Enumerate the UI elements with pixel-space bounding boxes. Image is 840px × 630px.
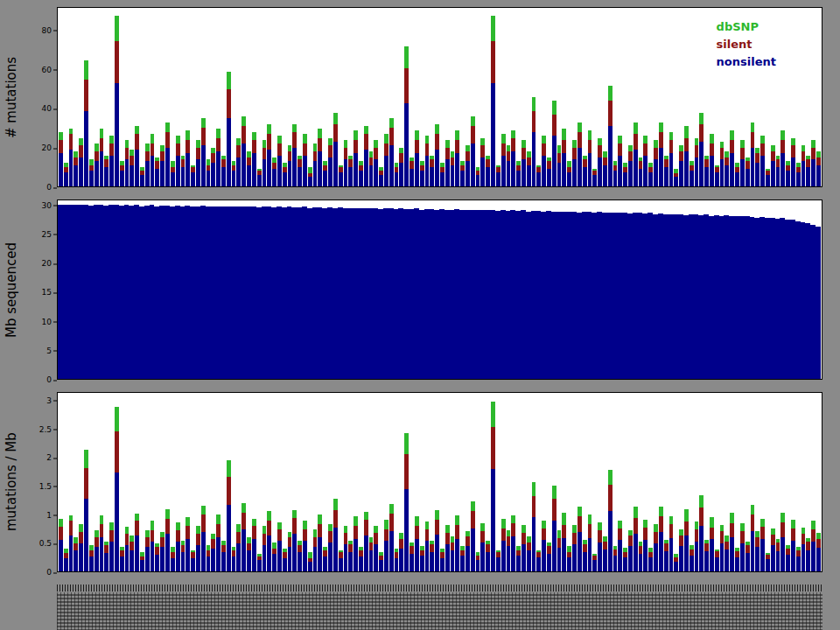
panel-mutation-counts: # mutations 020406080 dbSNP silent nonsi…	[0, 7, 822, 187]
bar	[395, 8, 399, 186]
bar	[59, 8, 63, 186]
bar	[608, 8, 612, 186]
bar	[288, 8, 292, 186]
bar	[776, 8, 780, 186]
bar	[267, 8, 271, 186]
bar	[613, 8, 618, 186]
bar	[776, 393, 780, 571]
bar	[674, 393, 678, 571]
bar	[664, 393, 668, 571]
bar	[466, 393, 470, 571]
bar	[715, 393, 719, 571]
bar	[536, 8, 541, 186]
y-axis-ticks-mutations-per-mb: 00.511.522.53	[23, 392, 57, 572]
bar	[511, 393, 515, 571]
bar	[150, 8, 155, 186]
bar	[79, 8, 83, 186]
bar	[84, 8, 88, 186]
x-axis-label-texture	[57, 592, 822, 630]
bar	[522, 8, 526, 186]
bar	[460, 8, 465, 186]
bar	[648, 393, 653, 571]
bar	[654, 8, 658, 186]
bar	[354, 8, 358, 186]
bar	[746, 393, 750, 571]
bar	[59, 393, 63, 571]
bar	[567, 393, 571, 571]
bar	[247, 393, 251, 571]
bar	[603, 8, 607, 186]
bar	[171, 8, 175, 186]
legend: dbSNP silent nonsilent	[717, 18, 776, 71]
bar	[242, 8, 246, 186]
bar	[135, 393, 139, 571]
bar	[323, 8, 327, 186]
bar	[557, 393, 562, 571]
bar	[802, 8, 806, 186]
bar	[796, 393, 801, 571]
y-tick-label: 40	[42, 105, 52, 113]
bar	[384, 393, 388, 571]
bar	[588, 8, 592, 186]
y-tick-label: 1.5	[39, 482, 52, 490]
bar	[618, 8, 622, 186]
bar	[379, 8, 383, 186]
bar	[425, 8, 430, 186]
bar	[74, 8, 78, 186]
bar	[262, 393, 267, 571]
bar	[120, 8, 124, 186]
bar	[89, 8, 94, 186]
bar	[480, 8, 485, 186]
bar	[109, 8, 114, 186]
bar	[740, 393, 745, 571]
bar	[511, 8, 515, 186]
bar	[455, 393, 459, 571]
bar	[816, 8, 821, 186]
bar	[176, 393, 180, 571]
bar	[292, 8, 297, 186]
y-tick-label: 1	[46, 511, 52, 519]
bar	[445, 393, 450, 571]
bar	[562, 8, 566, 186]
bar	[613, 393, 618, 571]
bar	[780, 8, 785, 186]
bar	[191, 393, 195, 571]
bar	[201, 393, 206, 571]
bar	[303, 393, 307, 571]
bar	[236, 8, 241, 186]
bar	[507, 393, 511, 571]
bar	[389, 8, 394, 186]
bar	[318, 8, 322, 186]
legend-item-nonsilent: nonsilent	[717, 53, 776, 71]
bar	[562, 393, 566, 571]
bar	[344, 8, 348, 186]
bar	[679, 393, 683, 571]
bar	[242, 393, 246, 571]
bar	[404, 8, 409, 186]
bar	[664, 8, 668, 186]
bar	[588, 393, 592, 571]
bar	[308, 8, 312, 186]
bar	[710, 393, 714, 571]
bar	[267, 393, 271, 571]
bar	[628, 393, 633, 571]
bar	[669, 393, 674, 571]
bars-mb-sequenced	[58, 200, 822, 379]
legend-item-silent: silent	[717, 36, 776, 53]
bar	[811, 8, 816, 186]
bar	[592, 8, 597, 186]
bar	[135, 8, 139, 186]
bar	[816, 200, 821, 379]
bar	[333, 8, 338, 186]
bar	[318, 393, 322, 571]
bar	[786, 393, 790, 571]
bar	[572, 8, 577, 186]
bar	[816, 393, 821, 571]
bar	[791, 8, 795, 186]
bar	[344, 393, 348, 571]
bar	[186, 393, 190, 571]
bar	[755, 393, 760, 571]
bar	[354, 393, 358, 571]
bar	[277, 393, 282, 571]
bar	[648, 8, 653, 186]
